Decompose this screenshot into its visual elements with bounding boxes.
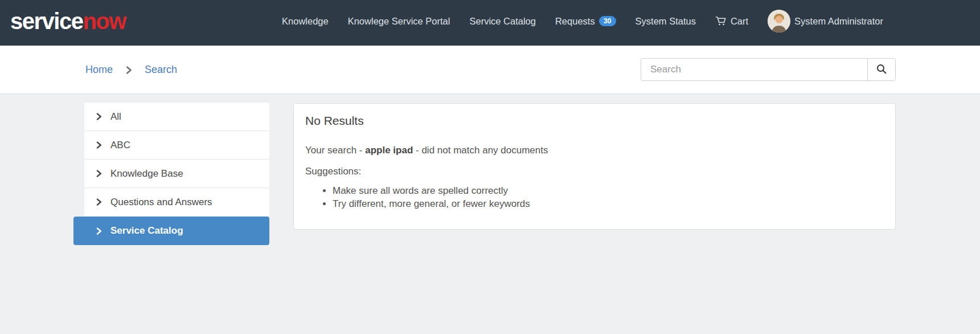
nav-item-service-catalog[interactable]: Service Catalog bbox=[469, 16, 535, 27]
message-suffix: - did not match any documents bbox=[413, 145, 548, 156]
facet-label: All bbox=[110, 111, 121, 123]
nav-item-label: Cart bbox=[731, 16, 748, 27]
suggestion-item: Try different, more general, or fewer ke… bbox=[333, 197, 884, 210]
logo-text-now: now bbox=[83, 9, 125, 34]
nav-item-label: System Status bbox=[635, 16, 696, 27]
chevron-right-icon bbox=[95, 141, 102, 149]
message-prefix: Your search - bbox=[305, 145, 365, 156]
facet-item-service-catalog-active[interactable]: Service Catalog bbox=[73, 217, 269, 245]
facet-item-knowledge-base[interactable]: Knowledge Base bbox=[84, 160, 269, 188]
servicenow-logo[interactable]: servicenow bbox=[10, 9, 126, 34]
nav-item-label: Requests bbox=[555, 16, 595, 27]
requests-count-badge: 30 bbox=[599, 16, 616, 27]
nav-item-label: System Administrator bbox=[794, 16, 883, 27]
suggestions-list: Make sure all words are spelled correctl… bbox=[305, 184, 884, 210]
facet-label: ABC bbox=[110, 140, 130, 151]
nav-item-requests[interactable]: Requests 30 bbox=[555, 16, 616, 27]
no-results-title: No Results bbox=[305, 114, 884, 128]
facet-item-questions-and-answers[interactable]: Questions and Answers bbox=[84, 188, 269, 217]
facet-label: Knowledge Base bbox=[110, 168, 183, 180]
suggestions-label: Suggestions: bbox=[305, 166, 884, 177]
chevron-right-icon bbox=[95, 227, 102, 235]
nav-menu: Knowledge Knowlege Service Portal Servic… bbox=[282, 10, 883, 32]
breadcrumb-search-link[interactable]: Search bbox=[145, 64, 177, 76]
suggestion-item: Make sure all words are spelled correctl… bbox=[333, 184, 884, 197]
search-box bbox=[641, 58, 896, 81]
search-facet-list: All ABC Knowledge Base Questions and Ans… bbox=[84, 103, 269, 245]
search-results-panel: No Results Your search - apple ipad - di… bbox=[293, 103, 896, 230]
nav-item-label: Knowlege Service Portal bbox=[348, 16, 450, 27]
no-results-message: Your search - apple ipad - did not match… bbox=[305, 145, 884, 156]
facet-label: Questions and Answers bbox=[110, 197, 212, 208]
breadcrumb-home-link[interactable]: Home bbox=[85, 64, 113, 76]
search-input[interactable] bbox=[641, 59, 867, 80]
cart-icon bbox=[715, 15, 727, 27]
chevron-right-icon bbox=[125, 66, 133, 74]
search-query-text: apple ipad bbox=[365, 145, 413, 156]
nav-item-user-menu[interactable]: System Administrator bbox=[768, 10, 883, 32]
facet-item-abc[interactable]: ABC bbox=[84, 131, 269, 160]
nav-item-label: Knowledge bbox=[282, 16, 329, 27]
breadcrumb: Home Search bbox=[85, 64, 177, 76]
magnifier-icon bbox=[876, 63, 887, 76]
chevron-right-icon bbox=[95, 113, 102, 120]
chevron-right-icon bbox=[95, 198, 102, 206]
user-avatar bbox=[768, 10, 790, 32]
content-area: All ABC Knowledge Base Questions and Ans… bbox=[0, 94, 980, 334]
facet-label: Service Catalog bbox=[110, 225, 183, 237]
top-navigation-bar: servicenow Knowledge Knowlege Service Po… bbox=[0, 0, 980, 46]
chevron-right-icon bbox=[95, 170, 102, 177]
nav-item-knowlege-service-portal[interactable]: Knowlege Service Portal bbox=[348, 16, 450, 27]
search-submit-button[interactable] bbox=[867, 59, 895, 80]
nav-item-label: Service Catalog bbox=[469, 16, 535, 27]
nav-item-system-status[interactable]: System Status bbox=[635, 16, 696, 27]
logo-text-service: service bbox=[10, 9, 83, 34]
page-header-row: Home Search bbox=[0, 46, 980, 94]
nav-item-knowledge[interactable]: Knowledge bbox=[282, 16, 329, 27]
nav-item-cart[interactable]: Cart bbox=[715, 15, 748, 27]
facet-item-all[interactable]: All bbox=[84, 103, 269, 131]
